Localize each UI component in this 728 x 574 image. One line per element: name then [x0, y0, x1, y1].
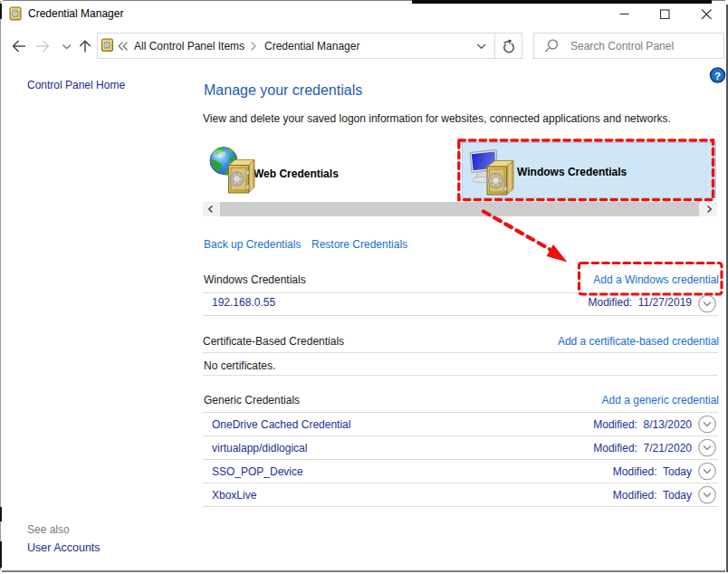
svg-text:?: ? — [714, 71, 721, 81]
